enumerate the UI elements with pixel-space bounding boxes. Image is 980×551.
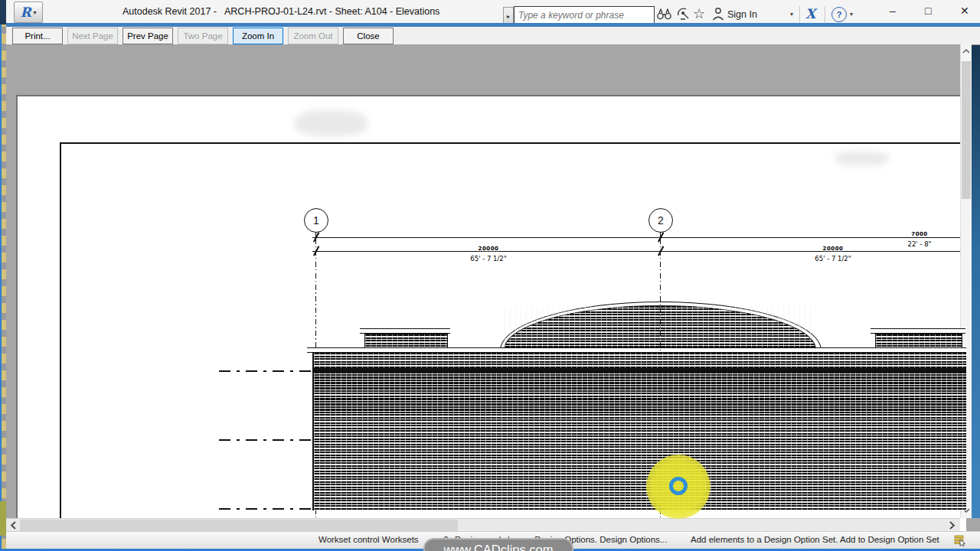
zoom-in-button[interactable]: Zoom In: [233, 28, 283, 44]
ghost-artifact: [295, 110, 368, 136]
revit-logo-icon: R: [20, 6, 31, 19]
cursor-highlight-ring: [669, 477, 688, 495]
background-app-left-edge-bottom: [0, 501, 6, 536]
maximize-button[interactable]: □: [925, 5, 931, 17]
document-title: ARCH-PROJ-01-L24.rvt - Sheet: A104 - Ele…: [224, 6, 439, 17]
search-input[interactable]: [514, 7, 654, 24]
grid-line-2-upper: [660, 239, 661, 350]
grid-bubble-2-label: 2: [658, 214, 664, 227]
grid-bubble-2: 2: [648, 208, 673, 233]
background-app-left-edge-top: [0, 0, 6, 24]
search-field-wrap: [514, 6, 655, 24]
chevron-right-icon: ▸: [507, 13, 510, 20]
zoom-out-button: Zoom Out: [288, 28, 338, 44]
horizontal-scrollbar[interactable]: [6, 518, 960, 532]
minimize-button[interactable]: –: [890, 5, 896, 17]
scroll-left-icon[interactable]: [9, 521, 17, 529]
revit-print-preview-window: R ▾ Autodesk Revit 2017 - ARCH-PROJ-01-L…: [0, 0, 980, 551]
toolbar-separator: [799, 6, 800, 23]
toolbar-separator: [825, 6, 825, 23]
workset-control-label: Workset control Worksets: [318, 535, 419, 544]
sheet-page[interactable]: 1 2 20000 65' - 7 1/2" 20000 65' - 7 1/: [16, 95, 966, 551]
two-page-button: Two Page: [178, 28, 228, 44]
level-dash-line: [219, 370, 312, 372]
chevron-down-icon: ▾: [34, 9, 37, 16]
elevation-dome-parapet: [500, 302, 822, 350]
dimension-3-secondary: 22' - 8": [908, 240, 932, 248]
background-app-right-edge: [971, 27, 980, 518]
main-wall-coping: [307, 347, 966, 353]
scroll-up-icon[interactable]: [962, 47, 970, 55]
level-dash-line: [219, 508, 312, 510]
print-preview-toolbar: Print... Next Page Prev Page Two Page Zo…: [6, 27, 980, 45]
add-to-design-option-label: Add elements to a Design Option Set. Add…: [691, 535, 939, 544]
sheet-border-left: [60, 142, 61, 551]
help-icon[interactable]: ?: [831, 7, 847, 22]
main-wall-hatch: [312, 353, 966, 510]
next-page-button: Next Page: [67, 28, 118, 44]
help-question-glyph: ?: [837, 10, 842, 19]
sign-in-caret-icon[interactable]: ▾: [790, 11, 793, 18]
help-caret-icon[interactable]: ▾: [850, 11, 853, 18]
grid-line-1-upper: [315, 239, 316, 350]
close-window-button[interactable]: ✕: [960, 5, 969, 17]
search-binoculars-icon[interactable]: [656, 8, 672, 20]
dimension-line-upper: [312, 237, 966, 238]
editable-only-filter-icon[interactable]: [954, 535, 966, 546]
level-dash-line: [219, 439, 312, 441]
dimension-line-lower: [312, 251, 966, 252]
sign-in-person-icon[interactable]: [712, 7, 724, 21]
communication-center-icon[interactable]: [676, 7, 691, 21]
left-parapet-coping: [360, 328, 450, 334]
ghost-artifact: [835, 152, 889, 165]
dimension-2-secondary: 65' - 7 1/2": [815, 255, 851, 262]
exchange-apps-icon[interactable]: X: [805, 6, 815, 21]
dimension-3-primary: 7000: [911, 231, 927, 237]
scroll-right-icon[interactable]: [948, 521, 956, 529]
watermark-badge: www.CADclips.com: [423, 538, 573, 551]
level-band-in-wall: [312, 368, 966, 373]
print-button[interactable]: Print...: [12, 28, 63, 44]
close-preview-button[interactable]: Close: [343, 28, 394, 44]
horizontal-scroll-thumb[interactable]: [20, 520, 458, 531]
favorites-star-icon[interactable]: ☆: [693, 5, 705, 22]
dimension-2-primary: 20000: [823, 246, 844, 252]
sign-in-button[interactable]: Sign In: [727, 9, 757, 20]
revit-app-menu-button[interactable]: R ▾: [14, 2, 43, 23]
preview-canvas: 1 2 20000 65' - 7 1/2" 20000 65' - 7 1/: [6, 44, 960, 518]
grid-bubble-1-label: 1: [313, 214, 319, 227]
grid-bubble-1: 1: [304, 208, 328, 233]
prev-page-button[interactable]: Prev Page: [122, 28, 173, 44]
dimension-1-secondary: 65' - 7 1/2": [470, 255, 506, 262]
vertical-scroll-thumb[interactable]: [962, 61, 971, 199]
title-bar: R ▾ Autodesk Revit 2017 - ARCH-PROJ-01-L…: [6, 0, 980, 23]
sheet-border-top: [60, 142, 966, 144]
dimension-1-primary: 20000: [479, 246, 499, 252]
app-title: Autodesk Revit 2017 -: [122, 6, 217, 17]
right-parapet-coping: [871, 328, 965, 334]
